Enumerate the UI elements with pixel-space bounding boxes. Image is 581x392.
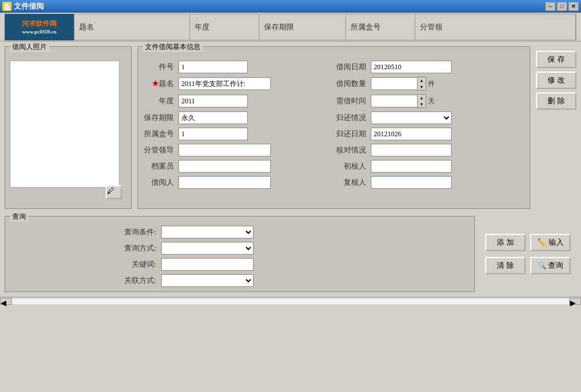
input-jieyuerq[interactable] <box>371 61 452 73</box>
query-section: 查询 查询条件: 查询方式: 关键词: 关联方式: <box>5 216 475 292</box>
input-hehao[interactable] <box>178 128 248 140</box>
title-bar-title: 文件借阅 <box>14 1 44 12</box>
info-section: 文件借阅基本信息 件号 借阅日期 ★题名 借阅数量 ▲ ▼ 件 <box>137 46 530 209</box>
input-label: 输入 <box>549 237 564 248</box>
spin-jieyueshuliang: ▲ ▼ 件 <box>371 77 524 91</box>
logo: 河求软件网 www.pc0359.cn <box>5 14 74 40</box>
query-legend: 查询 <box>10 212 28 222</box>
label-guanliangfangshi: 关联方式: <box>12 275 157 286</box>
save-button[interactable]: 保 存 <box>536 51 576 68</box>
input-guihuanrq[interactable] <box>371 128 452 140</box>
input-timing[interactable] <box>178 77 271 90</box>
column-headers: 题名 年度 保存期限 所属盒号 分管领 <box>74 14 576 40</box>
photo-legend: 借阅人照片 <box>10 42 49 52</box>
minimize-button[interactable]: ─ <box>545 2 556 11</box>
logo-line2: www.pc0359.cn <box>22 29 57 35</box>
clear-button[interactable]: 清 除 <box>485 257 526 274</box>
col-header-tming: 题名 <box>75 14 190 40</box>
col-header-hehao: 所属盒号 <box>346 14 415 40</box>
label-chaxuntiaojian: 查询条件: <box>12 227 157 237</box>
clear-query-row: 清 除 🔍 查询 <box>485 257 571 274</box>
add-button[interactable]: 添 加 <box>485 234 526 251</box>
label-jieyuerq: 借阅日期 <box>336 62 366 72</box>
input-jieyuanren[interactable] <box>178 176 271 189</box>
app-icon: 📄 <box>2 2 12 11</box>
input-xujie[interactable] <box>371 95 417 107</box>
h-scrollbar[interactable]: ◀ ▶ <box>0 297 581 305</box>
toolbar: 河求软件网 www.pc0359.cn 题名 年度 保存期限 所属盒号 分管领 <box>0 13 581 42</box>
label-xujie: 需借时间 <box>336 96 366 106</box>
select-chaxunfangshi[interactable] <box>161 242 254 255</box>
label-fuheren: 复核人 <box>336 177 366 188</box>
label-chaxunfangshi: 查询方式: <box>12 243 157 253</box>
select-guihuan[interactable] <box>371 111 452 124</box>
logo-line1: 河求软件网 <box>22 19 57 29</box>
spin-buttons: ▲ ▼ <box>417 77 426 91</box>
query-action-buttons: 添 加 ✏️ 输入 清 除 🔍 查询 <box>479 216 576 292</box>
form-area: 借阅人照片 🖊 文件借阅基本信息 件号 借阅日期 ★题名 借阅数量 <box>0 42 581 214</box>
label-hehao: 所属盒号 <box>144 129 174 139</box>
input-guanjian[interactable] <box>161 258 254 271</box>
input-fenguang[interactable] <box>178 144 271 156</box>
unit-tian: 天 <box>428 96 435 106</box>
unit-jian: 件 <box>428 79 435 89</box>
modify-button[interactable]: 修 改 <box>536 72 576 89</box>
spin-xujie-btns: ▲ ▼ <box>417 94 426 108</box>
input-chuheren[interactable] <box>371 160 452 173</box>
label-fenguang: 分管领导 <box>144 145 174 155</box>
input-jieyueshuliang[interactable] <box>371 77 417 90</box>
delete-button[interactable]: 删 除 <box>536 92 576 110</box>
col-header-baocun: 保存期限 <box>259 14 346 40</box>
photo-button[interactable]: 🖊 <box>106 185 122 199</box>
maximize-button[interactable]: □ <box>557 2 567 11</box>
spin-down[interactable]: ▼ <box>418 84 426 90</box>
input-jiehao[interactable] <box>178 61 248 73</box>
label-danganyuan: 档案员 <box>144 161 174 171</box>
query-button[interactable]: 🔍 查询 <box>530 257 571 274</box>
photo-box <box>10 61 120 188</box>
scroll-right[interactable]: ▶ <box>569 298 581 305</box>
input-danganyuan[interactable] <box>178 160 271 173</box>
label-hedui: 核对情况 <box>336 145 366 155</box>
label-guihuanrq: 归还日期 <box>336 129 366 139</box>
input-icon: ✏️ <box>537 238 547 248</box>
scroll-track <box>12 298 569 305</box>
label-jieyuanren: 借阅人 <box>144 177 174 188</box>
add-input-row: 添 加 ✏️ 输入 <box>485 234 571 251</box>
input-niandu[interactable] <box>178 95 248 107</box>
title-bar-left: 📄 文件借阅 <box>2 1 44 12</box>
info-grid: 件号 借阅日期 ★题名 借阅数量 ▲ ▼ 件 年度 <box>144 61 524 189</box>
spin-up[interactable]: ▲ <box>418 77 426 84</box>
info-legend: 文件借阅基本信息 <box>143 42 203 52</box>
query-label: 查询 <box>548 260 563 271</box>
query-icon: 🔍 <box>538 262 546 270</box>
title-bar-buttons: ─ □ ✕ <box>545 2 579 11</box>
label-jieyueshuliang: 借阅数量 <box>336 79 366 89</box>
label-timing: ★题名 <box>144 79 174 89</box>
query-form: 查询条件: 查询方式: 关键词: 关联方式: <box>12 226 467 287</box>
input-hedui[interactable] <box>371 144 452 156</box>
content-wrapper: 借阅人照片 🖊 文件借阅基本信息 件号 借阅日期 ★题名 借阅数量 <box>0 42 581 392</box>
label-niandu: 年度 <box>144 96 174 106</box>
title-bar: 📄 文件借阅 ─ □ ✕ <box>0 0 581 13</box>
label-guanjian: 关键词: <box>12 259 157 270</box>
select-guanlian[interactable] <box>161 274 254 287</box>
spin-xujie-down[interactable]: ▼ <box>418 101 426 107</box>
query-row: 查询 查询条件: 查询方式: 关键词: 关联方式: <box>0 216 581 292</box>
photo-section: 借阅人照片 🖊 <box>5 46 132 209</box>
close-button[interactable]: ✕ <box>568 2 579 11</box>
spin-xujie-up[interactable]: ▲ <box>418 95 426 101</box>
label-chuheren: 初核人 <box>336 161 366 171</box>
col-header-fenguang: 分管领 <box>415 14 576 40</box>
input-button[interactable]: ✏️ 输入 <box>530 234 571 251</box>
scroll-left[interactable]: ◀ <box>0 298 12 305</box>
select-chaxuntiaojian[interactable] <box>161 226 254 238</box>
label-jiehao: 件号 <box>144 62 174 72</box>
photo-group: 借阅人照片 🖊 <box>5 46 132 209</box>
spin-xujie: ▲ ▼ 天 <box>371 94 524 108</box>
label-baocun: 保存期限 <box>144 113 174 123</box>
col-header-niandu: 年度 <box>190 14 259 40</box>
input-fuheren[interactable] <box>371 176 452 189</box>
input-baocun[interactable] <box>178 111 248 124</box>
photo-btn-icon: 🖊 <box>107 186 114 195</box>
